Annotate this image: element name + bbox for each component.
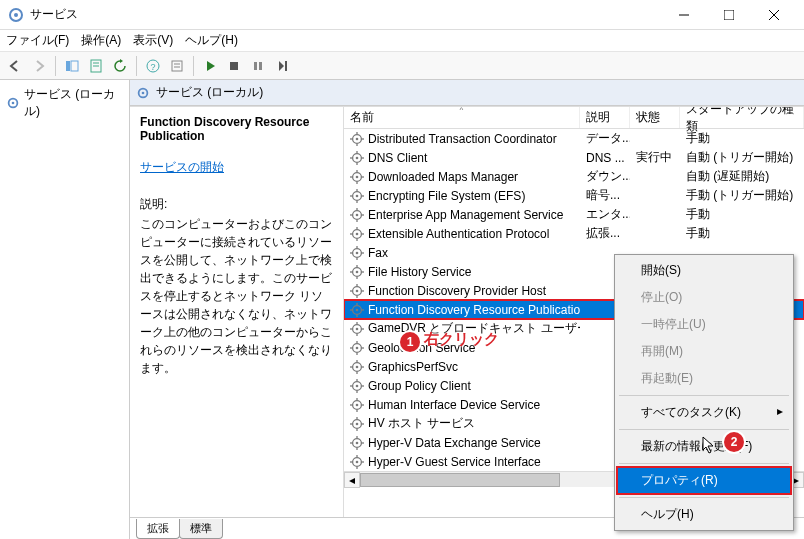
description-pane: Function Discovery Resource Publication …: [130, 107, 344, 517]
gear-icon: [350, 208, 364, 222]
services-icon: [136, 86, 150, 100]
tab-extended[interactable]: 拡張: [136, 519, 180, 539]
column-desc[interactable]: 説明: [580, 107, 630, 128]
table-row[interactable]: Downloaded Maps Managerダウン...自動 (遅延開始): [344, 167, 804, 186]
svg-rect-19: [285, 61, 287, 71]
table-row[interactable]: Enterprise App Management Serviceエンタ...手…: [344, 205, 804, 224]
svg-point-23: [142, 91, 145, 94]
service-name: Hyper-V Data Exchange Service: [368, 436, 541, 450]
tab-standard[interactable]: 標準: [179, 519, 223, 539]
export-list-button[interactable]: [85, 55, 107, 77]
list-header: サービス (ローカル): [130, 80, 804, 106]
ctx-restart[interactable]: 再起動(E): [617, 365, 791, 392]
svg-point-115: [356, 422, 359, 425]
tree-root-label: サービス (ローカル): [24, 86, 123, 120]
svg-rect-17: [254, 62, 257, 70]
gear-icon: [350, 341, 364, 355]
start-service-link[interactable]: サービスの開始: [140, 160, 224, 174]
svg-point-73: [356, 289, 359, 292]
svg-point-43: [356, 194, 359, 197]
service-desc: エンタ...: [586, 206, 630, 223]
gear-icon: [350, 455, 364, 469]
refresh-button[interactable]: [109, 55, 131, 77]
service-startup: 自動 (トリガー開始): [686, 149, 793, 166]
table-row[interactable]: Extensible Authentication Protocol拡張...手…: [344, 224, 804, 243]
svg-rect-3: [724, 10, 734, 20]
svg-point-85: [356, 327, 359, 330]
service-desc: データ...: [586, 130, 630, 147]
service-name: Extensible Authentication Protocol: [368, 227, 549, 241]
gear-icon: [350, 417, 364, 431]
ctx-help[interactable]: ヘルプ(H): [617, 501, 791, 528]
service-desc: ダウン...: [586, 168, 630, 185]
svg-rect-6: [66, 61, 70, 71]
ctx-pause[interactable]: 一時停止(U): [617, 311, 791, 338]
svg-point-21: [12, 102, 15, 105]
ctx-resume[interactable]: 再開(M): [617, 338, 791, 365]
menu-action[interactable]: 操作(A): [81, 32, 121, 49]
service-name: HV ホスト サービス: [368, 415, 475, 432]
restart-service-button[interactable]: [271, 55, 293, 77]
annotation-text-1: 右クリック: [424, 330, 499, 349]
menu-view[interactable]: 表示(V): [133, 32, 173, 49]
service-name: Human Interface Device Service: [368, 398, 540, 412]
window-title: サービス: [30, 6, 661, 23]
forward-button[interactable]: [28, 55, 50, 77]
svg-point-25: [356, 137, 359, 140]
maximize-button[interactable]: [706, 1, 751, 29]
back-button[interactable]: [4, 55, 26, 77]
svg-rect-18: [259, 62, 262, 70]
service-status: 実行中: [636, 149, 672, 166]
properties-button[interactable]: [166, 55, 188, 77]
start-service-button[interactable]: [199, 55, 221, 77]
gear-icon: [350, 322, 364, 336]
svg-point-109: [356, 403, 359, 406]
pause-service-button[interactable]: [247, 55, 269, 77]
menu-help[interactable]: ヘルプ(H): [185, 32, 238, 49]
table-row[interactable]: DNS ClientDNS ...実行中自動 (トリガー開始): [344, 148, 804, 167]
list-header-label: サービス (ローカル): [156, 84, 263, 101]
gear-icon: [350, 170, 364, 184]
gear-icon: [350, 398, 364, 412]
scroll-thumb[interactable]: [360, 473, 560, 487]
minimize-button[interactable]: [661, 1, 706, 29]
column-name[interactable]: 名前^: [344, 107, 580, 128]
service-name: DNS Client: [368, 151, 427, 165]
stop-service-button[interactable]: [223, 55, 245, 77]
table-row[interactable]: Encrypting File System (EFS)暗号...手動 (トリガ…: [344, 186, 804, 205]
scroll-left-button[interactable]: ◂: [344, 472, 360, 488]
service-name: Encrypting File System (EFS): [368, 189, 525, 203]
gear-icon: [350, 303, 364, 317]
service-startup: 手動: [686, 225, 710, 242]
svg-point-49: [356, 213, 359, 216]
cursor-icon: [702, 436, 718, 456]
app-icon: [8, 7, 24, 23]
gear-icon: [350, 246, 364, 260]
column-startup[interactable]: スタートアップの種類: [680, 107, 804, 128]
description-label: 説明:: [140, 196, 333, 213]
svg-point-91: [356, 346, 359, 349]
service-name: Function Discovery Resource Publication: [368, 303, 580, 317]
ctx-start[interactable]: 開始(S): [617, 257, 791, 284]
menu-file[interactable]: ファイル(F): [6, 32, 69, 49]
gear-icon: [350, 379, 364, 393]
close-button[interactable]: [751, 1, 796, 29]
service-name: Downloaded Maps Manager: [368, 170, 518, 184]
annotation-badge-1: 1: [400, 332, 420, 352]
service-name: Function Discovery Provider Host: [368, 284, 546, 298]
service-name: File History Service: [368, 265, 471, 279]
show-hide-tree-button[interactable]: [61, 55, 83, 77]
ctx-stop[interactable]: 停止(O): [617, 284, 791, 311]
help-button[interactable]: ?: [142, 55, 164, 77]
ctx-properties[interactable]: プロパティ(R): [617, 467, 791, 494]
menubar: ファイル(F) 操作(A) 表示(V) ヘルプ(H): [0, 30, 804, 52]
ctx-all-tasks[interactable]: すべてのタスク(K): [617, 399, 791, 426]
service-name: GraphicsPerfSvc: [368, 360, 458, 374]
svg-rect-16: [230, 62, 238, 70]
svg-point-97: [356, 365, 359, 368]
selected-service-name: Function Discovery Resource Publication: [140, 115, 333, 143]
column-status[interactable]: 状態: [630, 107, 680, 128]
tree-root-item[interactable]: サービス (ローカル): [4, 84, 125, 122]
titlebar: サービス: [0, 0, 804, 30]
gear-icon: [350, 132, 364, 146]
